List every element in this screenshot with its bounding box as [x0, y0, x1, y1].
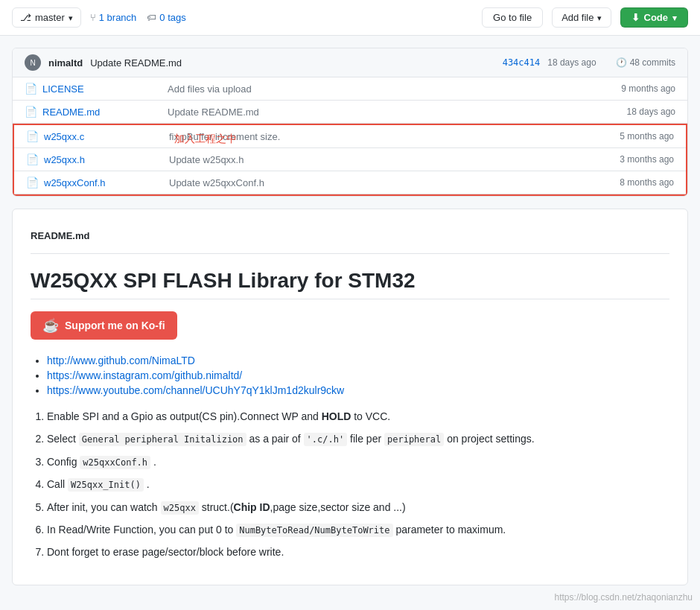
file-link[interactable]: w25qxxConf.h	[44, 177, 163, 188]
chevron-down-icon	[69, 12, 73, 23]
file-icon: 📄	[25, 106, 36, 118]
list-item: Config w25qxxConf.h .	[47, 454, 669, 470]
file-link[interactable]: w25qxx.h	[44, 154, 163, 165]
file-icon: 📄	[26, 153, 38, 165]
download-icon: ⬇	[631, 12, 640, 23]
list-item: https://www.youtube.com/channel/UCUhY7qY…	[47, 384, 669, 396]
commit-author[interactable]: nimaltd	[48, 57, 83, 69]
git-branch-icon: ⑂	[90, 12, 96, 23]
file-link[interactable]: LICENSE	[42, 83, 162, 95]
commit-hash[interactable]: 434c414	[503, 57, 541, 68]
branch-icon: ⎇	[20, 12, 31, 23]
table-row: 📄 LICENSE Add files via upload 9 months …	[13, 77, 687, 101]
kofi-icon: ☕	[42, 317, 59, 334]
go-to-file-button[interactable]: Go to file	[482, 7, 543, 28]
list-item: Call W25qxx_Init() .	[47, 476, 669, 492]
file-link[interactable]: w25qxx.c	[44, 131, 163, 142]
list-item: http://www.github.com/NimaLTD	[47, 355, 669, 366]
commit-time: 18 days ago	[547, 57, 596, 68]
file-commit-msg: Update w25qxxConf.h	[169, 177, 594, 188]
file-time: 3 months ago	[599, 154, 674, 165]
history-icon: 🕐	[616, 57, 627, 68]
readme-heading: W25QXX SPI FLASH Library for STM32	[31, 269, 669, 299]
list-item: Select General peripheral Initalizion as…	[47, 431, 669, 447]
readme-title: README.md	[31, 224, 669, 254]
table-row: 📄 README.md Update README.md 18 days ago	[13, 101, 687, 124]
table-row: 📄 w25qxxConf.h Update w25qxxConf.h 8 mon…	[14, 171, 686, 194]
commit-header-row: N nimaltd Update README.md 434c414 18 da…	[13, 48, 687, 77]
chevron-down-icon	[597, 12, 602, 23]
file-time: 8 months ago	[599, 177, 674, 188]
instagram-link[interactable]: https://www.instagram.com/github.nimaltd…	[47, 369, 242, 381]
tags-count-link[interactable]: 🏷 0 tags	[147, 12, 185, 23]
highlighted-files-group: 📄 w25qxx.c fix pBuffer increment size. 5…	[13, 124, 687, 196]
add-file-button[interactable]: Add file	[552, 7, 611, 28]
meta-links: ⑂ 1 branch 🏷 0 tags	[90, 12, 186, 23]
github-link[interactable]: http://www.github.com/NimaLTD	[47, 355, 195, 366]
file-time: 5 months ago	[599, 131, 674, 142]
commits-history-link[interactable]: 🕐 48 commits	[616, 57, 675, 68]
file-time: 18 days ago	[601, 107, 675, 117]
readme-section: README.md W25QXX SPI FLASH Library for S…	[12, 209, 688, 585]
file-rows-container: 📄 LICENSE Add files via upload 9 months …	[13, 77, 687, 196]
branch-count-link[interactable]: ⑂ 1 branch	[90, 12, 137, 23]
file-table: N nimaltd Update README.md 434c414 18 da…	[12, 48, 688, 197]
file-commit-msg: fix pBuffer increment size.	[169, 131, 594, 142]
chevron-down-icon	[672, 12, 677, 23]
file-icon: 📄	[25, 83, 36, 95]
file-commit-msg: Update w25qxx.h	[169, 154, 594, 165]
list-item: https://www.instagram.com/github.nimaltd…	[47, 369, 669, 381]
branch-selector[interactable]: ⎇ master	[12, 7, 81, 28]
file-icon: 📄	[26, 130, 38, 142]
file-time: 9 months ago	[601, 83, 675, 94]
kofi-button[interactable]: ☕ Support me on Ko-fi	[31, 311, 177, 340]
list-item: In Read/Write Function, you can put 0 to…	[47, 521, 669, 538]
file-link[interactable]: README.md	[42, 107, 162, 118]
readme-steps-list: Enable SPI and a Gpio as output(CS pin).…	[31, 408, 669, 561]
toolbar: ⎇ master ⑂ 1 branch 🏷 0 tags Go to file …	[0, 0, 700, 36]
list-item: After init, you can watch w25qxx struct.…	[47, 499, 669, 515]
commit-message: Update README.md	[90, 57, 494, 69]
avatar: N	[25, 54, 41, 71]
file-commit-msg: Add files via upload	[168, 83, 595, 95]
file-commit-msg: Update README.md	[168, 107, 595, 118]
branch-label: master	[35, 12, 65, 23]
code-button[interactable]: ⬇ Code	[620, 7, 689, 28]
table-row: 📄 w25qxx.c fix pBuffer increment size. 5…	[14, 125, 686, 148]
readme-links-list: http://www.github.com/NimaLTD https://ww…	[31, 355, 669, 396]
tag-icon: 🏷	[147, 12, 156, 23]
main-content: N nimaltd Update README.md 434c414 18 da…	[0, 36, 700, 597]
youtube-link[interactable]: https://www.youtube.com/channel/UCUhY7qY…	[47, 384, 344, 396]
table-row: 📄 w25qxx.h Update w25qxx.h 3 months ago	[14, 148, 686, 171]
list-item: Dont forget to erase page/sector/block b…	[47, 544, 669, 560]
list-item: Enable SPI and a Gpio as output(CS pin).…	[47, 408, 669, 425]
file-icon: 📄	[26, 177, 38, 188]
